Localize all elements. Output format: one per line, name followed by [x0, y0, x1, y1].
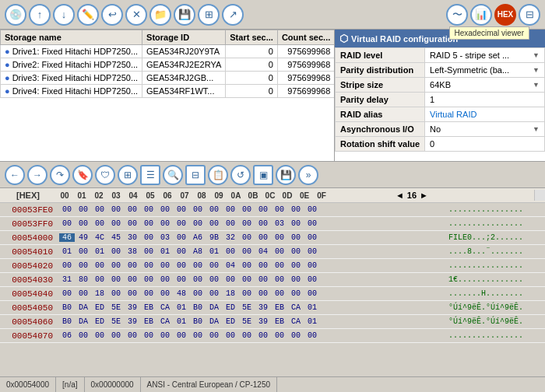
hex-view-button[interactable]: HEX	[494, 4, 516, 26]
hex-byte-cell[interactable]: 00	[76, 289, 91, 298]
hex-byte-cell[interactable]: EB	[272, 317, 287, 326]
hex-byte-cell[interactable]: 00	[239, 205, 255, 214]
raid-link[interactable]: Virtual RAID	[430, 110, 476, 119]
hex-byte-cell[interactable]: 38	[125, 247, 140, 256]
hex-byte-cell[interactable]: 00	[125, 289, 140, 298]
hex-byte-cell[interactable]: 00	[174, 275, 189, 284]
save-hex-button[interactable]: 💾	[276, 165, 296, 185]
hex-byte-cell[interactable]: 00	[255, 261, 271, 270]
hex-byte-cell[interactable]: 00	[174, 261, 189, 270]
hex-byte-cell[interactable]: 00	[239, 247, 255, 256]
hex-byte-cell[interactable]: 06	[59, 331, 75, 340]
hex-byte-cell[interactable]: 00	[255, 289, 271, 298]
search-button[interactable]: 🔍	[163, 165, 183, 185]
hex-byte-cell[interactable]: 4C	[92, 233, 107, 242]
hex-byte-cell[interactable]: 46	[59, 233, 75, 242]
hex-byte-cell[interactable]: 00	[288, 219, 304, 228]
hex-byte-cell[interactable]: 00	[304, 219, 320, 228]
grid-icon[interactable]: ⊟	[519, 4, 540, 26]
hex-byte-cell[interactable]: 00	[223, 247, 238, 256]
more-button[interactable]: »	[298, 165, 318, 185]
hex-byte-cell[interactable]: 00	[206, 261, 222, 270]
dropdown-arrow-icon[interactable]: ▼	[533, 51, 540, 59]
hex-byte-cell[interactable]: 00	[272, 205, 287, 214]
storage-row[interactable]: ●Drive4: Fixed Hitachi HDP7250... GEA534…	[1, 85, 335, 98]
hex-byte-cell[interactable]: 00	[174, 247, 189, 256]
hex-byte-cell[interactable]: 31	[59, 275, 75, 284]
layers-icon[interactable]: ⊞	[198, 4, 220, 26]
hex-byte-cell[interactable]: 01	[59, 247, 75, 256]
hex-byte-cell[interactable]: 00	[141, 261, 156, 270]
dropdown-arrow-icon[interactable]: ▼	[533, 66, 540, 74]
hex-byte-cell[interactable]: 00	[141, 233, 156, 242]
hex-byte-cell[interactable]: 00	[223, 275, 238, 284]
hex-byte-cell[interactable]: 04	[223, 261, 238, 270]
hex-byte-cell[interactable]: 00	[76, 205, 91, 214]
hex-byte-cell[interactable]: 00	[174, 205, 189, 214]
hex-byte-cell[interactable]: CA	[288, 303, 304, 312]
hex-byte-cell[interactable]: 00	[92, 331, 107, 340]
hex-byte-cell[interactable]: 00	[59, 261, 75, 270]
hex-byte-cell[interactable]: 01	[304, 303, 320, 312]
template-button[interactable]: ⊞	[118, 165, 138, 185]
chart-icon[interactable]: 📊	[470, 4, 492, 26]
hex-byte-cell[interactable]: 00	[223, 219, 238, 228]
hex-byte-cell[interactable]: 00	[239, 261, 255, 270]
hex-byte-cell[interactable]: 00	[206, 331, 222, 340]
dropdown-arrow-icon[interactable]: ▼	[533, 81, 540, 89]
hex-byte-cell[interactable]: ED	[92, 303, 107, 312]
hex-byte-cell[interactable]: 00	[239, 233, 255, 242]
hex-byte-cell[interactable]: 00	[141, 289, 156, 298]
hex-byte-cell[interactable]: 00	[223, 331, 238, 340]
list-button[interactable]: ☰	[140, 165, 160, 185]
redo-button[interactable]: ↷	[50, 165, 70, 185]
hex-byte-cell[interactable]: 00	[288, 275, 304, 284]
hex-byte-cell[interactable]: 00	[304, 275, 320, 284]
dropdown-arrow-icon[interactable]: ▼	[533, 125, 540, 133]
hex-byte-cell[interactable]: 00	[272, 233, 287, 242]
hex-byte-cell[interactable]: 00	[206, 289, 222, 298]
hex-byte-cell[interactable]: ED	[223, 317, 238, 326]
storage-row[interactable]: ●Drive2: Fixed Hitachi HDP7250... GEA534…	[1, 58, 335, 72]
hex-byte-cell[interactable]: EB	[141, 303, 156, 312]
raid-value-cell[interactable]: Virtual RAID	[425, 107, 545, 122]
hex-byte-cell[interactable]: 00	[76, 331, 91, 340]
hex-byte-cell[interactable]: 00	[288, 233, 304, 242]
page-forward-icon[interactable]: ►	[420, 191, 428, 200]
hex-byte-cell[interactable]: 00	[288, 205, 304, 214]
hex-byte-cell[interactable]: 00	[92, 261, 107, 270]
hex-byte-cell[interactable]: 80	[76, 275, 91, 284]
view-button[interactable]: ⊟	[185, 165, 206, 185]
hex-byte-cell[interactable]: 00	[125, 219, 140, 228]
hex-byte-cell[interactable]: 00	[288, 289, 304, 298]
hex-byte-cell[interactable]: 03	[157, 233, 173, 242]
hex-byte-cell[interactable]: 00	[223, 205, 238, 214]
hex-byte-cell[interactable]: 45	[108, 233, 124, 242]
hex-byte-cell[interactable]: 39	[255, 303, 271, 312]
hex-byte-cell[interactable]: 18	[223, 289, 238, 298]
hex-byte-cell[interactable]: 00	[157, 331, 173, 340]
raid-value-cell[interactable]: 64KB▼	[425, 78, 545, 93]
hex-byte-cell[interactable]: 00	[157, 289, 173, 298]
hex-byte-cell[interactable]: A6	[190, 233, 206, 242]
hex-byte-cell[interactable]: 01	[174, 303, 189, 312]
hex-byte-cell[interactable]: ED	[223, 303, 238, 312]
hex-byte-cell[interactable]: B0	[59, 303, 75, 312]
hex-byte-cell[interactable]: 00	[125, 331, 140, 340]
hex-byte-cell[interactable]: 00	[239, 275, 255, 284]
hex-byte-cell[interactable]: 00	[190, 331, 206, 340]
hex-byte-cell[interactable]: 00	[304, 289, 320, 298]
edit-icon[interactable]: ✏️	[77, 4, 99, 26]
hex-byte-cell[interactable]: 00	[272, 275, 287, 284]
hex-byte-cell[interactable]: 30	[125, 233, 140, 242]
hex-byte-cell[interactable]: 00	[108, 331, 124, 340]
hex-byte-cell[interactable]: CA	[157, 303, 173, 312]
hex-byte-cell[interactable]: 00	[304, 233, 320, 242]
hex-byte-cell[interactable]: DA	[76, 303, 91, 312]
hex-byte-cell[interactable]: 00	[76, 247, 91, 256]
hex-byte-cell[interactable]: 5E	[108, 317, 124, 326]
hex-byte-cell[interactable]: 01	[157, 247, 173, 256]
hex-byte-cell[interactable]: 00	[157, 205, 173, 214]
hex-byte-cell[interactable]: 00	[141, 247, 156, 256]
hex-byte-cell[interactable]: 00	[239, 331, 255, 340]
